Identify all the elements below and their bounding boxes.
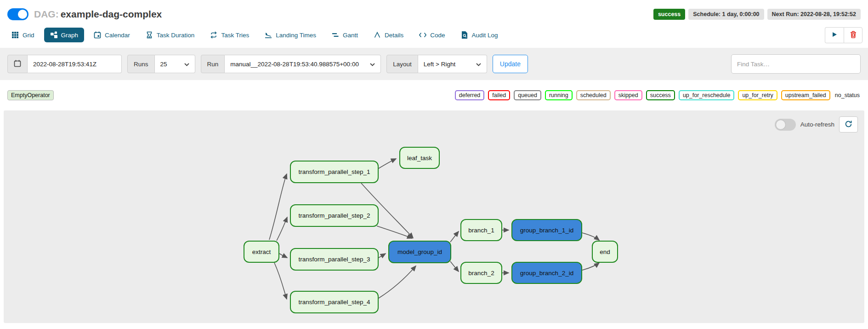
tab-label: Calendar — [105, 32, 130, 39]
dag-pause-toggle[interactable] — [7, 8, 28, 20]
runs-select[interactable]: 25 — [155, 55, 195, 73]
base-date-group — [7, 55, 122, 73]
legend-bar: EmptyOperator deferredfailedqueuedrunnin… — [0, 80, 868, 110]
status-legend-scheduled: scheduled — [576, 90, 611, 100]
status-legend-up_for_reschedule: up_for_reschedule — [679, 90, 735, 100]
graph-node-transform_parallel_step_4[interactable]: transform_parallel_step_4 — [290, 291, 379, 313]
graph-edge-extract-to-transform_parallel_step_4 — [274, 263, 287, 299]
num-runs-group: Runs 25 — [127, 55, 195, 73]
graph-edge-transform_parallel_step_1-to-leaf_task — [379, 159, 396, 168]
tab-graph[interactable]: Graph — [44, 28, 85, 42]
refresh-button[interactable] — [839, 116, 858, 133]
code-icon — [419, 31, 426, 39]
dag-title: example-dag-complex — [61, 9, 162, 19]
tab-label: Landing Times — [276, 32, 316, 39]
tab-audit-log[interactable]: Audit Log — [455, 28, 504, 42]
refresh-icon — [845, 120, 852, 129]
graph-node-transform_parallel_step_2[interactable]: transform_parallel_step_2 — [290, 204, 379, 227]
graph-edge-group_branch_2_id-to-end — [582, 263, 599, 270]
delete-dag-button[interactable] — [844, 27, 862, 43]
dag-label: DAG: — [34, 9, 59, 19]
chevron-down-icon — [370, 61, 375, 68]
graph-edge-model_group_id-to-branch_2 — [450, 261, 459, 271]
last-run-status-badge: success — [653, 9, 685, 20]
graph-edges — [4, 110, 864, 323]
trigger-dag-button[interactable] — [825, 27, 844, 43]
dag-header: DAG:example-dag-complex success Schedule… — [0, 0, 868, 26]
auto-refresh-toggle[interactable] — [775, 119, 796, 131]
run-select-value: manual__2022-08-28T19:53:40.988575+00:00 — [230, 61, 359, 68]
tab-label: Gantt — [343, 32, 358, 39]
status-legend-success: success — [646, 90, 675, 100]
graph-edge-model_group_id-to-branch_1 — [450, 231, 459, 242]
status-legend-upstream_failed: upstream_failed — [781, 90, 830, 100]
graph-node-model_group_id[interactable]: model_group_id — [388, 241, 451, 263]
chevron-down-icon — [184, 61, 189, 68]
calendar-button[interactable] — [7, 55, 28, 73]
graph-node-branch_2[interactable]: branch_2 — [460, 262, 502, 284]
graph-node-transform_parallel_step_1[interactable]: transform_parallel_step_1 — [290, 161, 379, 183]
trash-icon — [850, 31, 857, 40]
graph-edge-extract-to-transform_parallel_step_1 — [269, 174, 287, 240]
auto-refresh-label: Auto-refresh — [800, 121, 834, 128]
play-icon — [831, 31, 838, 39]
status-legend-failed: failed — [488, 90, 510, 100]
tab-landing-times[interactable]: Landing Times — [259, 28, 322, 42]
graph-node-group_branch_1_id[interactable]: group_branch_1_id — [511, 219, 582, 241]
graph-edge-extract-to-transform_parallel_step_2 — [277, 217, 287, 241]
tab-details[interactable]: Details — [368, 28, 409, 42]
plane-landing-icon — [265, 31, 272, 39]
layout-label: Layout — [386, 55, 418, 73]
graph-node-extract[interactable]: extract — [244, 241, 279, 263]
graph-node-transform_parallel_step_3[interactable]: transform_parallel_step_3 — [290, 248, 379, 271]
canvas-controls: Auto-refresh — [775, 116, 858, 133]
tab-gantt[interactable]: Gantt — [326, 28, 364, 42]
layout-select-value: Left > Right — [424, 61, 455, 68]
status-legend: deferredfailedqueuedrunningscheduledskip… — [455, 90, 861, 100]
run-label: Run — [201, 55, 225, 73]
status-legend-deferred: deferred — [455, 90, 485, 100]
toggle-knob — [776, 120, 785, 129]
graph-edge-extract-to-transform_parallel_step_3 — [279, 254, 287, 258]
tab-calendar[interactable]: Calendar — [88, 28, 136, 42]
tab-code[interactable]: Code — [413, 28, 451, 42]
graph-edge-transform_parallel_step_2-to-model_group_id — [377, 226, 412, 238]
graph-canvas[interactable]: Auto-refresh extracttransform_parallel_s… — [4, 110, 864, 323]
runs-select-value: 25 — [160, 61, 167, 68]
graph-edge-transform_parallel_step_3-to-model_group_id — [379, 254, 386, 258]
runs-label: Runs — [127, 55, 155, 73]
tab-bar: GridGraphCalendarTask DurationTask Tries… — [6, 28, 504, 42]
next-run-badge: Next Run: 2022-08-28, 19:52:52 — [767, 9, 861, 20]
audit-log-icon — [461, 31, 468, 39]
layout-select[interactable]: Left > Right — [418, 55, 487, 73]
page-title: DAG:example-dag-complex — [34, 9, 162, 20]
tab-label: Audit Log — [472, 32, 498, 39]
run-group: Run manual__2022-08-28T19:53:40.988575+0… — [201, 55, 381, 73]
update-button[interactable]: Update — [493, 55, 528, 73]
tab-task-tries[interactable]: Task Tries — [204, 28, 255, 42]
airflow-dag-graph-page: DAG:example-dag-complex success Schedule… — [0, 0, 868, 329]
graph-node-group_branch_2_id[interactable]: group_branch_2_id — [511, 262, 582, 284]
graph-icon — [50, 31, 57, 39]
graph-node-end[interactable]: end — [592, 241, 618, 263]
hourglass-icon — [146, 31, 153, 39]
graph-node-leaf_task[interactable]: leaf_task — [399, 147, 440, 169]
base-date-input[interactable] — [28, 55, 122, 73]
run-select[interactable]: manual__2022-08-28T19:53:40.988575+00:00 — [225, 55, 381, 73]
graph-node-branch_1[interactable]: branch_1 — [460, 219, 502, 241]
status-legend-running: running — [545, 90, 573, 100]
tab-label: Task Duration — [157, 32, 195, 39]
graph-edge-transform_parallel_step_4-to-model_group_id — [379, 266, 416, 298]
tab-grid[interactable]: Grid — [6, 28, 40, 42]
tab-label: Code — [430, 32, 445, 39]
tab-label: Details — [385, 32, 403, 39]
gantt-bars-icon — [332, 31, 339, 39]
find-task-input[interactable] — [731, 54, 861, 74]
dag-action-buttons — [825, 27, 862, 43]
chevron-down-icon — [476, 61, 481, 68]
filter-bar: Runs 25 Run manual__2022-08-28T19:53:40.… — [0, 48, 868, 80]
tab-task-duration[interactable]: Task Duration — [140, 28, 201, 42]
tab-label: Task Tries — [221, 32, 249, 39]
tab-label: Grid — [23, 32, 34, 39]
graph-edge-group_branch_1_id-to-end — [582, 233, 599, 240]
